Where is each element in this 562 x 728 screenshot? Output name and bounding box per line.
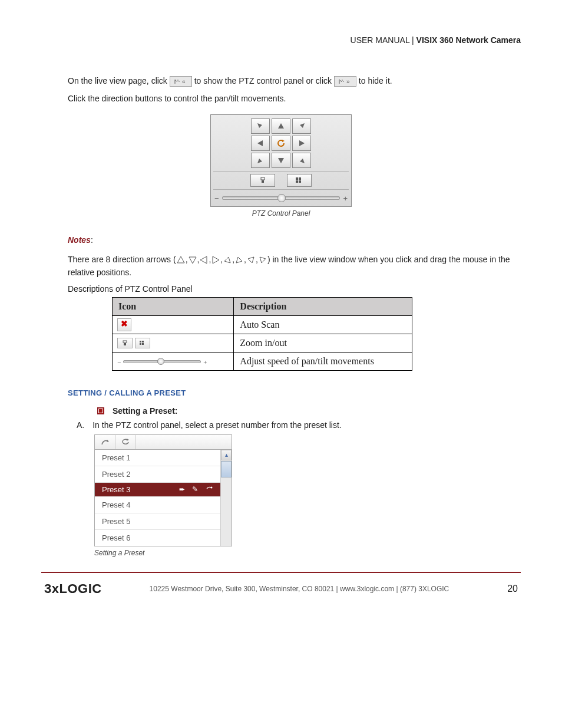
auto-scan-button[interactable]: [272, 136, 290, 151]
svg-marker-22: [177, 256, 184, 263]
cell-slider-desc: Adjust speed of pan/tilt movements: [234, 352, 412, 370]
ptz-description-table: Icon Description ✖ Auto Scan Zoom in/out…: [112, 297, 412, 371]
svg-marker-15: [300, 159, 305, 163]
arrow-down-icon: [189, 256, 197, 264]
dir-down-right[interactable]: [292, 153, 311, 168]
dir-up-left[interactable]: [251, 118, 270, 134]
svg-marker-29: [260, 257, 266, 263]
svg-marker-27: [236, 257, 242, 263]
table-intro: Descriptions of PTZ Control Panel: [41, 284, 521, 294]
th-icon: Icon: [113, 297, 234, 315]
minus-icon: −: [214, 194, 219, 203]
scroll-thumb[interactable]: [221, 461, 232, 477]
figure-caption-2: Setting a Preset: [41, 549, 521, 557]
preset-tabs: [95, 435, 232, 450]
svg-marker-14: [278, 158, 284, 163]
svg-rect-31: [123, 341, 127, 342]
footer-text: 10225 Westmoor Drive, Suite 300, Westmin…: [150, 585, 449, 593]
notes-label: Notes: [68, 235, 91, 245]
arrow-up-right-icon: [247, 256, 255, 264]
goto-preset-icon[interactable]: ➨: [179, 485, 185, 493]
svg-point-4: [342, 80, 343, 81]
scroll-up-icon[interactable]: ▴: [221, 450, 232, 460]
zoom-row: [213, 171, 349, 190]
speed-slider-thumb[interactable]: [277, 194, 286, 202]
svg-point-38: [211, 486, 213, 488]
paragraph-1: On the live view page, click « to show t…: [41, 74, 521, 87]
svg-marker-24: [200, 256, 207, 263]
paragraph-3: There are 8 direction arrows (,,,,,,,) i…: [41, 253, 521, 279]
delete-preset-icon[interactable]: [205, 485, 213, 494]
dir-right[interactable]: [292, 136, 311, 151]
page-header: USER MANUAL | VISIX 360 Network Camera: [41, 35, 521, 45]
preset-panel: Preset 1 Preset 2 Preset 3 ➨ ✎ Preset 4 …: [94, 434, 232, 546]
preset-item-1[interactable]: Preset 1: [95, 450, 220, 466]
svg-marker-36: [107, 440, 109, 442]
zoom-out-button[interactable]: [250, 174, 275, 187]
page-footer: 3xLOGIC 10225 Westmoor Drive, Suite 300,…: [41, 581, 521, 597]
p3a-text: There are 8 direction arrows (: [68, 255, 176, 264]
svg-rect-32: [140, 341, 141, 342]
page-number: 20: [507, 584, 518, 594]
svg-rect-30: [124, 343, 126, 345]
svg-marker-37: [127, 439, 129, 441]
preset-item-3-label: Preset 3: [102, 485, 130, 494]
preset-scrollbar[interactable]: ▴: [220, 450, 232, 546]
dir-left[interactable]: [251, 136, 270, 151]
arrow-right-icon: [211, 256, 220, 264]
dir-up[interactable]: [272, 118, 290, 134]
preset-tab-1[interactable]: [95, 435, 115, 449]
bullet-text: Setting a Preset:: [113, 406, 177, 416]
mini-minus-icon: −: [117, 358, 121, 365]
svg-marker-12: [299, 140, 305, 146]
arrow-up-icon: [177, 256, 185, 264]
preset-item-3[interactable]: Preset 3 ➨ ✎: [95, 483, 220, 497]
show-ptz-button-icon: «: [170, 76, 192, 87]
speed-slider[interactable]: [222, 196, 340, 200]
svg-point-2: [178, 81, 180, 82]
zoom-in-button[interactable]: [287, 174, 312, 187]
notes-heading: Notes:: [41, 235, 521, 245]
preset-item-5[interactable]: Preset 5: [95, 513, 220, 530]
p1a-text: On the live view page, click: [68, 76, 170, 85]
svg-point-5: [343, 81, 344, 82]
dir-up-right[interactable]: [292, 118, 311, 134]
footer-divider: [41, 572, 521, 573]
preset-item-2[interactable]: Preset 2: [95, 466, 220, 483]
preset-item-4[interactable]: Preset 4: [95, 497, 220, 513]
plus-icon: +: [343, 194, 348, 203]
dir-down[interactable]: [272, 153, 290, 168]
step-a: A. In the PTZ control panel, select a pr…: [41, 420, 521, 430]
svg-marker-23: [189, 257, 196, 263]
ptz-control-panel-figure: − + PTZ Control Panel: [41, 114, 521, 229]
hide-ptz-button-icon: »: [334, 76, 356, 87]
svg-marker-26: [224, 257, 230, 263]
ptz-control-panel: − +: [210, 114, 352, 207]
edit-preset-icon[interactable]: ✎: [192, 485, 198, 493]
preset-list: Preset 1 Preset 2 Preset 3 ➨ ✎ Preset 4 …: [95, 450, 220, 546]
mini-slider-track: [123, 360, 201, 363]
zoom-in-mini-icon: [135, 338, 150, 348]
figure-caption-1: PTZ Control Panel: [252, 209, 310, 218]
section-heading: SETTING / CALLING A PRESET: [41, 388, 521, 397]
mini-slider-thumb: [157, 358, 164, 365]
cell-zoom-icon: [113, 334, 234, 352]
svg-rect-33: [142, 341, 144, 342]
svg-marker-11: [282, 140, 285, 142]
dir-down-left[interactable]: [251, 153, 270, 168]
svg-marker-28: [248, 257, 254, 263]
preset-tab-2[interactable]: [115, 435, 136, 449]
svg-marker-10: [257, 140, 263, 146]
arrow-down-left-icon: [235, 256, 243, 264]
svg-rect-19: [299, 177, 301, 180]
svg-rect-35: [142, 343, 144, 345]
header-bold: VISIX 360 Network Camera: [416, 35, 521, 45]
header-left: USER MANUAL |: [351, 35, 416, 45]
red-x-icon: ✖: [117, 318, 131, 331]
p1b-text: to show the PTZ control panel or click: [194, 76, 334, 85]
svg-marker-9: [300, 123, 305, 128]
svg-point-1: [177, 80, 178, 81]
preset-item-6[interactable]: Preset 6: [95, 530, 220, 546]
svg-rect-18: [296, 177, 298, 180]
svg-marker-8: [278, 123, 284, 129]
